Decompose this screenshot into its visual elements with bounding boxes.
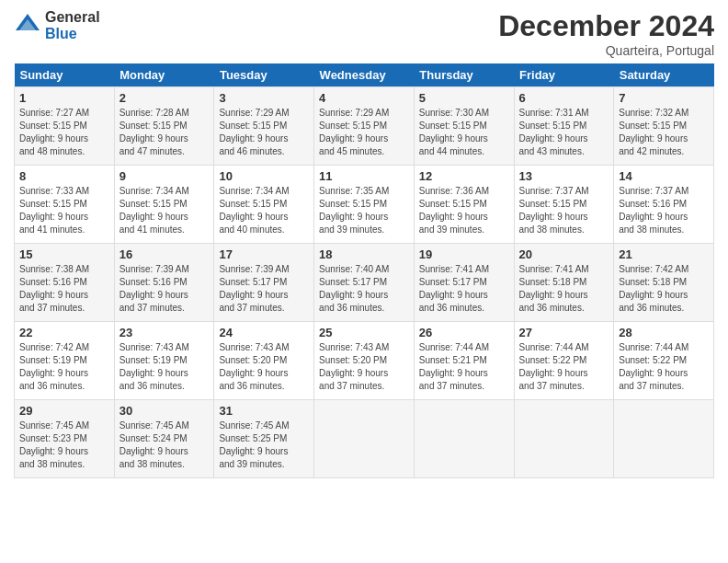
day-number: 7 [619,91,709,105]
day-info: Sunrise: 7:30 AM Sunset: 5:15 PM Dayligh… [419,107,509,158]
table-row: 4Sunrise: 7:29 AM Sunset: 5:15 PM Daylig… [314,87,415,166]
calendar-container: General Blue December 2024 Quarteira, Po… [0,0,728,488]
day-info: Sunrise: 7:31 AM Sunset: 5:15 PM Dayligh… [519,107,609,158]
day-number: 30 [119,404,210,418]
logo-blue: Blue [45,26,100,42]
day-info: Sunrise: 7:45 AM Sunset: 5:24 PM Dayligh… [119,419,210,471]
day-number: 26 [419,326,509,339]
table-row: 17Sunrise: 7:39 AM Sunset: 5:17 PM Dayli… [214,244,314,322]
day-info: Sunrise: 7:44 AM Sunset: 5:22 PM Dayligh… [519,341,609,393]
table-row: 21Sunrise: 7:42 AM Sunset: 5:18 PM Dayli… [614,244,714,322]
day-number: 16 [119,247,210,261]
table-row: 23Sunrise: 7:43 AM Sunset: 5:19 PM Dayli… [114,322,214,400]
day-info: Sunrise: 7:39 AM Sunset: 5:17 PM Dayligh… [219,263,309,315]
table-row: 26Sunrise: 7:44 AM Sunset: 5:21 PM Dayli… [414,322,514,400]
table-row [314,400,415,478]
day-number: 14 [619,169,709,183]
day-number: 31 [219,404,309,418]
day-info: Sunrise: 7:44 AM Sunset: 5:22 PM Dayligh… [619,341,709,393]
day-number: 6 [519,91,609,105]
table-row: 5Sunrise: 7:30 AM Sunset: 5:15 PM Daylig… [414,87,514,166]
table-row: 27Sunrise: 7:44 AM Sunset: 5:22 PM Dayli… [514,322,614,400]
day-number: 25 [319,326,409,339]
table-row: 29Sunrise: 7:45 AM Sunset: 5:23 PM Dayli… [15,400,115,478]
header-friday: Friday [514,63,614,87]
days-header-row: Sunday Monday Tuesday Wednesday Thursday… [15,63,714,87]
day-number: 11 [319,169,409,183]
title-block: December 2024 Quarteira, Portugal [498,9,714,58]
day-info: Sunrise: 7:34 AM Sunset: 5:15 PM Dayligh… [119,185,210,236]
table-row: 30Sunrise: 7:45 AM Sunset: 5:24 PM Dayli… [114,400,214,478]
day-number: 15 [19,247,109,261]
day-info: Sunrise: 7:36 AM Sunset: 5:15 PM Dayligh… [419,185,509,236]
day-number: 12 [419,169,509,183]
day-number: 21 [619,247,709,261]
table-row: 31Sunrise: 7:45 AM Sunset: 5:25 PM Dayli… [214,400,314,478]
day-number: 3 [219,91,309,105]
day-info: Sunrise: 7:44 AM Sunset: 5:21 PM Dayligh… [419,341,509,393]
table-row [414,400,514,478]
table-row: 20Sunrise: 7:41 AM Sunset: 5:18 PM Dayli… [514,244,614,322]
table-row: 10Sunrise: 7:34 AM Sunset: 5:15 PM Dayli… [214,166,314,244]
day-info: Sunrise: 7:28 AM Sunset: 5:15 PM Dayligh… [119,107,210,158]
day-number: 9 [119,169,210,183]
day-info: Sunrise: 7:34 AM Sunset: 5:15 PM Dayligh… [219,185,309,236]
table-row: 3Sunrise: 7:29 AM Sunset: 5:15 PM Daylig… [214,87,314,166]
logo-text: General Blue [45,9,100,41]
day-info: Sunrise: 7:43 AM Sunset: 5:19 PM Dayligh… [119,341,210,393]
day-info: Sunrise: 7:32 AM Sunset: 5:15 PM Dayligh… [619,107,709,158]
day-info: Sunrise: 7:45 AM Sunset: 5:25 PM Dayligh… [219,419,309,471]
day-info: Sunrise: 7:33 AM Sunset: 5:15 PM Dayligh… [19,185,109,236]
day-info: Sunrise: 7:45 AM Sunset: 5:23 PM Dayligh… [19,419,109,471]
day-number: 29 [19,404,109,418]
header-tuesday: Tuesday [214,63,314,87]
day-number: 18 [319,247,409,261]
day-number: 27 [519,326,609,339]
table-row: 16Sunrise: 7:39 AM Sunset: 5:16 PM Dayli… [114,244,214,322]
table-row: 15Sunrise: 7:38 AM Sunset: 5:16 PM Dayli… [15,244,115,322]
day-info: Sunrise: 7:37 AM Sunset: 5:15 PM Dayligh… [519,185,609,236]
header-monday: Monday [114,63,214,87]
table-row: 9Sunrise: 7:34 AM Sunset: 5:15 PM Daylig… [114,166,214,244]
header-thursday: Thursday [414,63,514,87]
table-row: 1Sunrise: 7:27 AM Sunset: 5:15 PM Daylig… [15,87,115,166]
table-row: 12Sunrise: 7:36 AM Sunset: 5:15 PM Dayli… [414,166,514,244]
day-info: Sunrise: 7:29 AM Sunset: 5:15 PM Dayligh… [219,107,309,158]
day-info: Sunrise: 7:40 AM Sunset: 5:17 PM Dayligh… [319,263,409,315]
day-info: Sunrise: 7:35 AM Sunset: 5:15 PM Dayligh… [319,185,409,236]
table-row: 2Sunrise: 7:28 AM Sunset: 5:15 PM Daylig… [114,87,214,166]
day-info: Sunrise: 7:38 AM Sunset: 5:16 PM Dayligh… [19,263,109,315]
table-row: 28Sunrise: 7:44 AM Sunset: 5:22 PM Dayli… [614,322,714,400]
table-row [614,400,714,478]
day-number: 24 [219,326,309,339]
day-info: Sunrise: 7:43 AM Sunset: 5:20 PM Dayligh… [219,341,309,393]
day-info: Sunrise: 7:43 AM Sunset: 5:20 PM Dayligh… [319,341,409,393]
table-row: 8Sunrise: 7:33 AM Sunset: 5:15 PM Daylig… [15,166,115,244]
day-info: Sunrise: 7:41 AM Sunset: 5:18 PM Dayligh… [519,263,609,315]
logo: General Blue [14,9,100,41]
table-row: 14Sunrise: 7:37 AM Sunset: 5:16 PM Dayli… [614,166,714,244]
logo-general: General [45,9,100,26]
table-row: 24Sunrise: 7:43 AM Sunset: 5:20 PM Dayli… [214,322,314,400]
day-number: 22 [19,326,109,339]
day-number: 20 [519,247,609,261]
table-row: 7Sunrise: 7:32 AM Sunset: 5:15 PM Daylig… [614,87,714,166]
table-row: 13Sunrise: 7:37 AM Sunset: 5:15 PM Dayli… [514,166,614,244]
day-number: 23 [119,326,210,339]
day-number: 2 [119,91,210,105]
day-info: Sunrise: 7:42 AM Sunset: 5:19 PM Dayligh… [19,341,109,393]
day-info: Sunrise: 7:37 AM Sunset: 5:16 PM Dayligh… [619,185,709,236]
day-info: Sunrise: 7:27 AM Sunset: 5:15 PM Dayligh… [19,107,109,158]
calendar-table: Sunday Monday Tuesday Wednesday Thursday… [14,63,714,478]
day-info: Sunrise: 7:39 AM Sunset: 5:16 PM Dayligh… [119,263,210,315]
day-info: Sunrise: 7:41 AM Sunset: 5:17 PM Dayligh… [419,263,509,315]
day-number: 1 [19,91,109,105]
header-row: General Blue December 2024 Quarteira, Po… [14,9,714,58]
logo-icon [14,12,41,40]
day-info: Sunrise: 7:42 AM Sunset: 5:18 PM Dayligh… [619,263,709,315]
header-saturday: Saturday [614,63,714,87]
table-row: 25Sunrise: 7:43 AM Sunset: 5:20 PM Dayli… [314,322,415,400]
day-number: 5 [419,91,509,105]
day-number: 19 [419,247,509,261]
table-row: 19Sunrise: 7:41 AM Sunset: 5:17 PM Dayli… [414,244,514,322]
